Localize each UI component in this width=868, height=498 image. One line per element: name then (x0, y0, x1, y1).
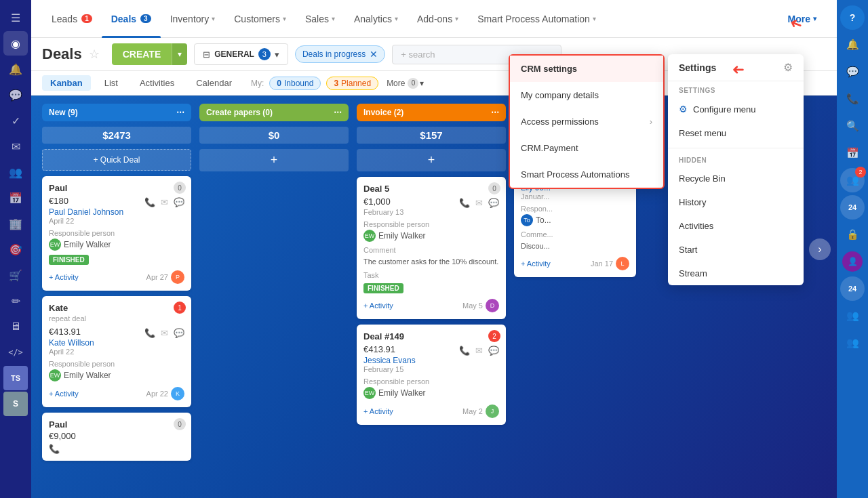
monitor-icon[interactable]: 🖥 (3, 314, 28, 339)
chat-icon[interactable]: 💬 (3, 83, 28, 107)
lock-button[interactable]: 🔒 (840, 222, 865, 247)
quick-deal-button[interactable]: + Quick Deal (42, 149, 191, 171)
comment-icon[interactable]: 💬 (488, 346, 499, 356)
card-amount: €413.91 (49, 327, 81, 337)
stream-item[interactable]: Stream (668, 262, 804, 285)
nav-sales[interactable]: Sales ▾ (296, 0, 344, 38)
initials-s[interactable]: S (3, 392, 28, 416)
create-dropdown-button[interactable]: ▾ (172, 43, 187, 65)
planned-filter[interactable]: 3 Planned (326, 77, 378, 90)
chat-button[interactable]: 💬 (840, 60, 865, 84)
tab-activities[interactable]: Activities (132, 75, 182, 91)
col-papers-menu[interactable]: ⋯ (334, 108, 342, 117)
spa-item[interactable]: Smart Process Automations (510, 161, 663, 188)
footer-date: Apr 27 (146, 273, 168, 281)
card-date: April 22 (49, 348, 184, 356)
card-amount: €180 (49, 196, 68, 206)
phone-icon[interactable]: 📞 (144, 197, 155, 207)
add-invoice-button[interactable]: + (357, 149, 506, 171)
clock24b-button[interactable]: 24 (840, 276, 865, 301)
hamburger-icon[interactable]: ☰ (3, 5, 28, 30)
card-name: Paul (49, 419, 184, 430)
mail-icon[interactable]: ✉ (475, 346, 483, 356)
person-name[interactable]: Emily Walker (378, 388, 426, 398)
activities-item[interactable]: Activities (668, 214, 804, 238)
card-person-link[interactable]: Paul Daniel Johnson (49, 207, 184, 217)
col-new-menu[interactable]: ⋯ (176, 108, 184, 117)
nav-analytics[interactable]: Analytics ▾ (344, 0, 408, 38)
deal-card-kate: 1 Kate repeat deal €413.91 📞 ✉ 💬 Kate Wi… (42, 296, 191, 407)
filter-button[interactable]: ⊟ GENERAL 3 ▾ (194, 43, 288, 65)
phone-icon[interactable]: 📞 (459, 346, 470, 356)
nav-addons[interactable]: Add-ons ▾ (408, 0, 468, 38)
reset-menu-item[interactable]: Reset menu (668, 121, 804, 145)
add-activity-link[interactable]: + Activity (363, 302, 393, 310)
phone-icon[interactable]: 📞 (459, 198, 470, 208)
col-papers-amount: $0 (199, 127, 349, 144)
card-person-link[interactable]: Jessica Evans (363, 356, 499, 365)
users-right-button[interactable]: 👥 2 (840, 168, 865, 192)
nav-inventory[interactable]: Inventory ▾ (161, 0, 225, 38)
add-activity-link[interactable]: + Activity (49, 273, 79, 281)
telephony-button[interactable]: 📞 (840, 87, 865, 111)
question-button[interactable]: ? (840, 5, 865, 30)
add-activity-link[interactable]: + Activity (363, 407, 393, 415)
tab-list[interactable]: List (96, 75, 126, 91)
start-item[interactable]: Start (668, 238, 804, 262)
phone-icon2[interactable]: 📞 (49, 444, 60, 454)
inbound-filter[interactable]: 0 Inbound (269, 77, 321, 90)
nav-spa[interactable]: Smart Process Automation ▾ (468, 0, 606, 38)
add-papers-button[interactable]: + (199, 149, 349, 171)
calendar-icon[interactable]: 📅 (3, 186, 28, 210)
team2-button[interactable]: 👥 (840, 331, 865, 355)
phone-icon[interactable]: 📞 (144, 328, 155, 338)
card-person-link[interactable]: Kate Willson (49, 338, 184, 348)
more-filter-btn[interactable]: More 0 ▾ (387, 78, 424, 89)
create-button[interactable]: CREATE (112, 43, 172, 65)
nav-deals[interactable]: Deals 3 (102, 0, 161, 38)
col-invoice-menu[interactable]: ⋯ (491, 108, 499, 117)
add-activity-link[interactable]: + Activity (49, 390, 79, 398)
person-name[interactable]: Emily Walker (378, 231, 426, 241)
contacts-icon[interactable]: 👥 (3, 160, 28, 184)
comment-icon[interactable]: 💬 (488, 198, 499, 208)
crm-settings-item[interactable]: CRM settings (510, 56, 663, 82)
settings-gear-icon[interactable]: ⚙ (783, 61, 793, 74)
mail-icon[interactable]: ✉ (475, 198, 483, 208)
scroll-right-arrow[interactable]: › (809, 238, 831, 260)
history-item[interactable]: History (668, 190, 804, 214)
add-activity-link[interactable]: + Activity (521, 260, 551, 268)
favorite-icon[interactable]: ☆ (89, 47, 100, 62)
resp-label: Responsible person (49, 229, 184, 237)
calendar-right-button[interactable]: 📅 (840, 141, 865, 165)
crm-payment-item[interactable]: CRM.Payment (510, 135, 663, 161)
comment-icon[interactable]: 💬 (174, 328, 184, 338)
team-button[interactable]: 👥 (840, 304, 865, 328)
tab-calendar[interactable]: Calendar (188, 75, 240, 91)
mail-icon[interactable]: ✉ (161, 328, 168, 338)
cart-icon[interactable]: 🛒 (3, 263, 28, 287)
initials-ts[interactable]: TS (3, 366, 28, 390)
crm-icon[interactable]: ◉ (3, 31, 28, 56)
pen-icon[interactable]: ✏ (3, 289, 28, 313)
clock24-button[interactable]: 24 (840, 195, 865, 220)
nav-customers[interactable]: Customers ▾ (224, 0, 296, 38)
tab-kanban[interactable]: Kanban (42, 75, 91, 91)
target-icon[interactable]: 🎯 (3, 237, 28, 262)
company-icon[interactable]: 🏢 (3, 211, 28, 236)
tasks-icon[interactable]: ✓ (3, 108, 28, 133)
search-right-button[interactable]: 🔍 (840, 114, 865, 138)
configure-menu-item[interactable]: ⚙ Configure menu (668, 97, 804, 121)
mail-icon[interactable]: ✉ (3, 134, 28, 159)
access-permissions-item[interactable]: Access permissions › (510, 108, 663, 135)
bell-button[interactable]: 🔔 (840, 33, 865, 57)
feed-icon[interactable]: 🔔 (3, 57, 28, 81)
comment-icon[interactable]: 💬 (174, 197, 184, 207)
code-icon[interactable]: </> (3, 340, 28, 365)
my-company-item[interactable]: My company details (510, 82, 663, 108)
mail-icon[interactable]: ✉ (161, 197, 168, 207)
nav-leads[interactable]: Leads 1 (42, 0, 102, 38)
deals-progress-close[interactable]: ✕ (370, 49, 378, 60)
recycle-bin-item[interactable]: Recycle Bin (668, 167, 804, 190)
user-profile-button[interactable]: 👤 (840, 249, 865, 274)
